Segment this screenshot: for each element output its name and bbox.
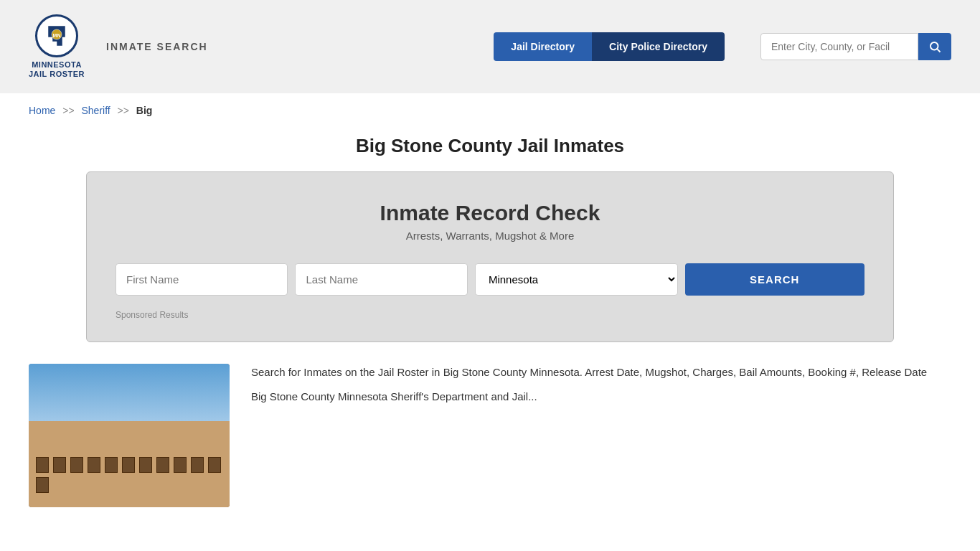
mn-logo-icon: MN [42,22,71,50]
window [88,457,100,473]
header-search-button[interactable] [918,33,951,60]
breadcrumb-sep2: >> [118,105,129,116]
record-check-subtitle: Arrests, Warrants, Mugshot & More [116,230,864,242]
window [105,457,118,473]
image-windows [36,457,222,493]
description-area: Search for Inmates on the Jail Roster in… [251,364,951,507]
last-name-input[interactable] [295,263,467,296]
header-search-input[interactable] [760,33,918,60]
sponsored-results-label: Sponsored Results [116,310,864,320]
header-search-bar [760,33,951,60]
window [208,457,221,473]
logo-text: MINNESOTA JAIL ROSTER [29,60,85,79]
window [191,457,204,473]
logo-circle: MN [35,14,78,57]
breadcrumb-sheriff[interactable]: Sheriff [82,105,110,116]
record-check-title: Inmate Record Check [116,201,864,225]
first-name-input[interactable] [116,263,288,296]
logo-area: MN MINNESOTA JAIL ROSTER [29,14,85,79]
window [53,457,66,473]
window [36,457,49,473]
window [70,457,83,473]
city-police-directory-button[interactable]: City Police Directory [592,32,725,61]
description-text1: Search for Inmates on the Jail Roster in… [251,364,951,381]
window [36,477,49,493]
jail-directory-button[interactable]: Jail Directory [494,32,592,61]
breadcrumb-current: Big [136,105,153,116]
breadcrumb-home[interactable]: Home [29,105,55,116]
bottom-content: Search for Inmates on the Jail Roster in… [0,364,980,529]
breadcrumb-sep1: >> [62,105,74,116]
search-icon [928,40,941,53]
description-text2: Big Stone County Minnesota Sheriff's Dep… [251,388,951,405]
image-sky [29,364,230,421]
record-check-form: AlabamaAlaskaArizonaArkansasCaliforniaCo… [116,263,864,296]
breadcrumb: Home >> Sheriff >> Big [0,93,980,128]
window [122,457,135,473]
image-building [29,421,230,507]
state-select[interactable]: AlabamaAlaskaArizonaArkansasCaliforniaCo… [475,263,678,296]
svg-text:MN: MN [53,33,61,38]
nav-buttons: Jail Directory City Police Directory [494,32,725,61]
inmate-search-button[interactable]: SEARCH [685,263,864,296]
svg-point-3 [930,42,938,50]
header: MN MINNESOTA JAIL ROSTER INMATE SEARCH J… [0,0,980,93]
page-title: Big Stone County Jail Inmates [0,135,980,157]
inmate-search-label: INMATE SEARCH [106,41,208,52]
window [139,457,152,473]
record-check-box: Inmate Record Check Arrests, Warrants, M… [86,171,894,342]
window [156,457,169,473]
window [174,457,187,473]
svg-line-4 [937,50,940,52]
jail-building-image [29,364,230,507]
